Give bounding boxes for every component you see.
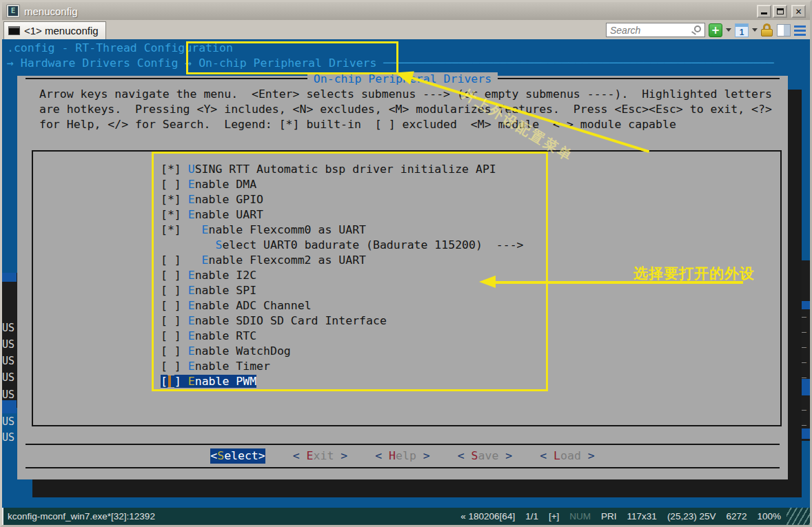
minimize-icon (761, 12, 767, 14)
arrowhead-icon (479, 276, 496, 288)
background-text-fragment: US (2, 338, 14, 351)
console-icon (8, 26, 20, 35)
hamburger-menu-icon[interactable] (794, 24, 806, 36)
annotation-box-menu (152, 152, 548, 391)
terminal-area: .config - RT-Thread Configuration → Hard… (2, 39, 810, 508)
title-bar[interactable]: E menuconfig ✕ (2, 2, 810, 20)
tab-label: <1> menuconfig (24, 25, 99, 37)
close-icon: ✕ (793, 6, 804, 17)
help-text-line2: are hotkeys. Pressing <Y> includes, <N> … (39, 102, 772, 117)
conemu-window: E menuconfig ✕ <1> menuconfig Search + 1 (0, 0, 812, 527)
background-text-fragment: US (2, 415, 14, 428)
conemu-app-icon: E (6, 4, 20, 18)
annotation-menu-note: 选择要打开的外设 (633, 264, 755, 283)
new-console-dropdown-icon[interactable] (726, 28, 731, 32)
button-separator-line (26, 444, 780, 445)
status-item[interactable]: 100% (757, 511, 781, 521)
maximize-button[interactable] (773, 5, 787, 18)
background-text-fragment: US (2, 371, 14, 384)
console-list-dropdown-icon[interactable] (752, 28, 758, 32)
tab-bar: <1> menuconfig Search + 1 (2, 20, 810, 39)
dialog-buttons: <Select>< Exit >< Help >< Save >< Load > (17, 448, 788, 464)
load-button[interactable]: < Load > (540, 448, 595, 464)
annotation-box-breadcrumb (186, 41, 398, 74)
exit-button[interactable]: < Exit > (293, 448, 348, 464)
status-item[interactable]: [+] (549, 511, 559, 521)
save-button[interactable]: < Save > (458, 448, 513, 464)
status-item[interactable]: PRI (601, 511, 617, 521)
status-item[interactable]: NUM (569, 511, 591, 521)
background-text-fragment: US (2, 431, 14, 444)
process-name: kconfig-mconf_win7.exe*[32]:12392 (3, 511, 155, 521)
status-item[interactable]: (25,23) 25V (667, 511, 716, 521)
resize-grip-icon[interactable] (786, 508, 810, 525)
panes-icon[interactable] (777, 24, 791, 37)
status-item[interactable]: « 180206[64] (460, 511, 515, 521)
search-input[interactable]: Search (606, 23, 705, 37)
status-bar: kconfig-mconf_win7.exe*[32]:12392 « 1802… (2, 508, 810, 525)
new-console-button[interactable]: + (709, 23, 722, 37)
background-text-fragment: US (2, 389, 14, 401)
status-items: « 180206[64]1/1[+]NUMPRI117x31(25,23) 25… (460, 511, 810, 521)
search-placeholder: Search (607, 25, 640, 36)
lock-icon[interactable] (761, 23, 773, 37)
search-icon (694, 25, 701, 32)
toolbar: Search + 1 (606, 23, 810, 39)
status-item[interactable]: 1/1 (525, 511, 538, 521)
help-button[interactable]: < Help > (375, 448, 430, 464)
window-title: menuconfig (24, 6, 78, 17)
help-text-line1: Arrow keys navigate the menu. <Enter> se… (39, 87, 772, 102)
background-console-left-fragment: USUSUSUSUSUSUS (2, 273, 19, 408)
background-text-fragment: US (2, 355, 14, 367)
maximize-icon (777, 8, 784, 14)
background-text-fragment: US (2, 322, 14, 334)
active-console-button[interactable]: 1 (735, 23, 749, 37)
minimize-button[interactable] (757, 5, 771, 18)
tab-menuconfig[interactable]: <1> menuconfig (3, 21, 106, 39)
status-item[interactable]: 6272 (726, 511, 747, 521)
status-item[interactable]: 117x31 (627, 511, 657, 521)
close-button[interactable]: ✕ (791, 5, 806, 18)
select-button[interactable]: <Select> (210, 448, 265, 464)
dialog-bottom-border (26, 467, 780, 468)
